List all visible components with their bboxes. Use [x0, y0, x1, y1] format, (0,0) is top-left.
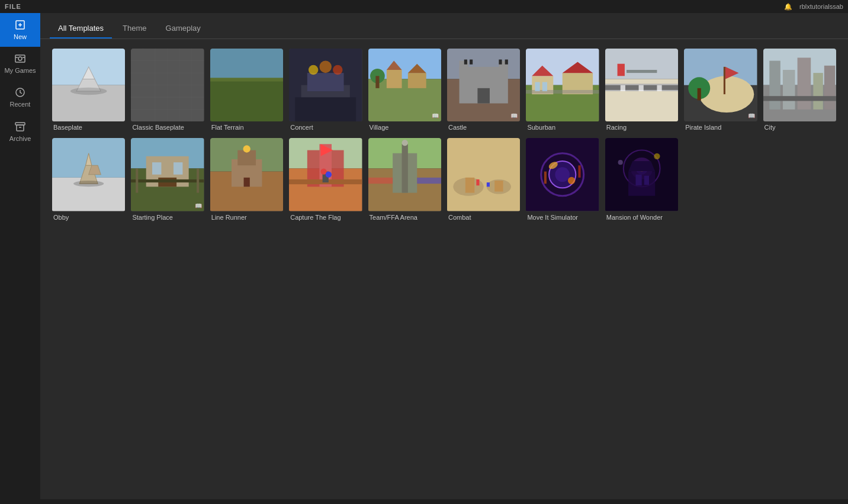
svg-rect-71: [657, 85, 661, 91]
svg-rect-44: [375, 76, 379, 88]
svg-point-93: [73, 181, 104, 187]
svg-point-149: [654, 153, 660, 159]
template-card-combat[interactable]: Combat: [447, 138, 520, 220]
svg-rect-84: [797, 57, 811, 109]
svg-rect-53: [499, 60, 502, 65]
sidebar-item-my-games[interactable]: My Games: [0, 47, 40, 81]
template-label-mansion: Mansion of Wonder: [605, 214, 678, 221]
svg-rect-125: [447, 138, 520, 211]
svg-point-135: [555, 168, 570, 182]
template-label-pirate-island: Pirate Island: [684, 124, 757, 131]
template-card-move-it[interactable]: Move It Simulator: [526, 138, 599, 220]
template-card-team-arena[interactable]: Team/FFA Arena: [368, 138, 441, 220]
tabs-bar: All Templates Theme Gameplay: [40, 13, 848, 39]
template-card-suburban[interactable]: Suburban: [526, 49, 599, 131]
svg-rect-123: [368, 178, 393, 184]
template-label-classic-baseplate: Classic Baseplate: [131, 124, 204, 131]
template-card-flat-terrain[interactable]: Flat Terrain: [210, 49, 283, 131]
tab-gameplay[interactable]: Gameplay: [158, 18, 209, 38]
svg-rect-82: [769, 61, 780, 110]
sidebar-item-new-label: New: [14, 33, 27, 41]
template-card-castle[interactable]: 📖Castle: [447, 49, 520, 131]
template-thumb-team-arena: [368, 138, 441, 211]
template-card-line-runner[interactable]: Line Runner: [210, 138, 283, 220]
sidebar-item-archive[interactable]: Archive: [0, 115, 40, 149]
template-label-line-runner: Line Runner: [210, 214, 283, 221]
new-icon: [14, 19, 26, 31]
template-card-baseplate[interactable]: Baseplate: [52, 49, 125, 131]
user-label: rblxtutorialssab: [799, 3, 843, 10]
svg-rect-69: [621, 85, 625, 91]
svg-rect-83: [783, 70, 795, 110]
sidebar-item-new[interactable]: New: [0, 13, 40, 47]
svg-rect-99: [174, 163, 182, 175]
svg-rect-52: [470, 60, 473, 65]
svg-rect-121: [401, 145, 407, 193]
template-grid: Baseplate Classic Baseplate Flat Terrain…: [52, 49, 836, 221]
svg-rect-101: [136, 169, 139, 193]
svg-rect-29: [210, 78, 283, 81]
svg-point-117: [326, 172, 332, 178]
svg-point-108: [243, 146, 250, 153]
svg-rect-63: [542, 82, 547, 91]
svg-rect-51: [464, 60, 467, 65]
template-card-obby[interactable]: Obby: [52, 138, 125, 220]
file-menu[interactable]: FILE: [5, 3, 21, 10]
my-games-icon: [14, 53, 26, 65]
template-thumb-suburban: [526, 49, 599, 121]
tab-all-templates[interactable]: All Templates: [50, 18, 112, 38]
template-badge-pirate-island: 📖: [748, 113, 755, 119]
template-thumb-city: [763, 49, 836, 121]
template-label-obby: Obby: [52, 214, 125, 221]
template-card-city[interactable]: City: [763, 49, 836, 131]
svg-point-33: [309, 65, 318, 75]
template-card-pirate-island[interactable]: 📖Pirate Island: [684, 49, 757, 131]
archive-icon: [14, 121, 26, 133]
svg-rect-131: [487, 182, 490, 187]
template-label-baseplate: Baseplate: [52, 124, 125, 131]
svg-point-122: [401, 140, 407, 146]
svg-rect-50: [477, 88, 490, 104]
svg-rect-9: [17, 125, 24, 131]
template-label-flat-terrain: Flat Terrain: [210, 124, 283, 131]
grid-area: Baseplate Classic Baseplate Flat Terrain…: [40, 39, 848, 499]
template-card-capture-flag[interactable]: Capture The Flag: [289, 138, 362, 220]
template-card-racing[interactable]: Racing: [605, 49, 678, 131]
template-card-mansion[interactable]: Mansion of Wonder: [605, 138, 678, 220]
svg-marker-148: [628, 161, 655, 171]
sidebar-item-archive-label: Archive: [9, 135, 31, 143]
template-thumb-combat: [447, 138, 520, 211]
template-card-concert[interactable]: Concert: [289, 49, 362, 131]
svg-rect-102: [197, 169, 199, 193]
template-thumb-baseplate: [52, 49, 125, 121]
svg-point-35: [333, 65, 342, 75]
svg-rect-86: [824, 66, 835, 110]
notification-icon[interactable]: 🔔: [784, 3, 792, 11]
bottom-bar: [0, 499, 848, 504]
svg-rect-79: [698, 88, 701, 101]
content-area: All Templates Theme Gameplay Baseplate C…: [40, 13, 848, 499]
template-label-concert: Concert: [289, 124, 362, 131]
svg-rect-130: [476, 179, 479, 185]
svg-rect-72: [627, 70, 657, 73]
svg-rect-28: [210, 79, 283, 121]
template-label-racing: Racing: [605, 124, 678, 131]
svg-rect-129: [494, 181, 503, 192]
sidebar-item-recent[interactable]: Recent: [0, 81, 40, 114]
svg-rect-124: [417, 178, 441, 184]
top-bar-right: 🔔 rblxtutorialssab: [784, 3, 843, 11]
template-card-classic-baseplate[interactable]: Classic Baseplate: [131, 49, 204, 131]
svg-rect-147: [644, 176, 649, 185]
template-card-village[interactable]: 📖Village: [368, 49, 441, 131]
svg-rect-3: [15, 55, 25, 62]
template-label-capture-flag: Capture The Flag: [289, 214, 362, 221]
template-card-starting-place[interactable]: 📖Starting Place: [131, 138, 204, 220]
svg-rect-64: [605, 49, 678, 79]
template-badge-castle: 📖: [510, 113, 518, 119]
svg-rect-146: [635, 175, 641, 186]
svg-rect-67: [605, 84, 678, 85]
template-label-village: Village: [368, 124, 441, 131]
sidebar-item-my-games-label: My Games: [4, 67, 36, 75]
svg-rect-54: [505, 60, 508, 65]
tab-theme[interactable]: Theme: [114, 18, 155, 38]
